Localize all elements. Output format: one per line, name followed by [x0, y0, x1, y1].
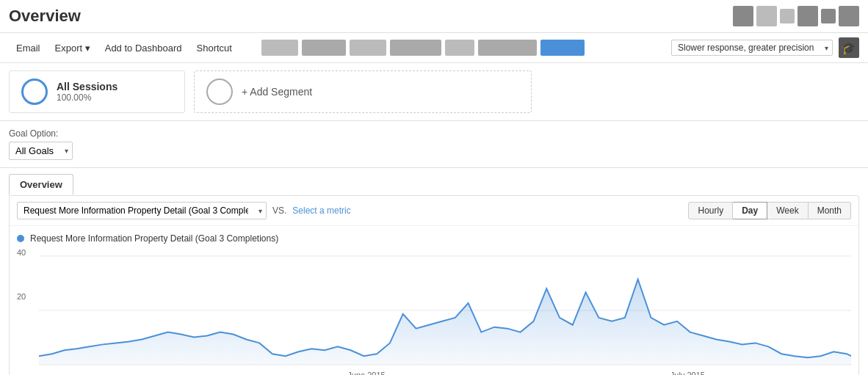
segment-name: All Sessions	[57, 81, 117, 92]
avatar-4	[798, 6, 818, 26]
top-right-icons	[733, 6, 859, 26]
chart-svg	[39, 248, 851, 369]
avatar-6	[839, 6, 859, 26]
avatar-block	[733, 6, 859, 26]
filter-pill-6[interactable]	[478, 40, 537, 56]
add-segment-card[interactable]: + Add Segment	[194, 70, 532, 113]
export-button[interactable]: Export ▾	[48, 40, 98, 57]
y-label-20: 20	[17, 292, 26, 301]
avatar-1	[733, 6, 753, 26]
chart-area	[39, 280, 851, 365]
goal-section: Goal Option: All Goals Goal 1 Goal 2 Goa…	[0, 121, 868, 168]
filter-pill-4[interactable]	[390, 40, 441, 56]
goal-select[interactable]: All Goals Goal 1 Goal 2 Goal 3	[9, 142, 73, 160]
x-label-july: July 2015	[670, 371, 705, 375]
chart-controls: Request More Information Property Detail…	[10, 196, 858, 226]
segment-circle-icon	[21, 79, 48, 105]
email-button[interactable]: Email	[9, 40, 48, 57]
goal-select-wrapper: All Goals Goal 1 Goal 2 Goal 3	[9, 142, 73, 160]
page-title: Overview	[9, 7, 81, 26]
week-button[interactable]: Week	[767, 202, 808, 219]
month-button[interactable]: Month	[809, 202, 851, 219]
x-label-june: June 2015	[347, 371, 385, 375]
goal-option-label: Goal Option:	[9, 128, 859, 139]
hourly-button[interactable]: Hourly	[688, 202, 733, 219]
add-segment-icon	[206, 79, 233, 105]
chart-legend: Request More Information Property Detail…	[17, 233, 851, 244]
avatar-2	[756, 6, 777, 26]
chart-section: Request More Information Property Detail…	[9, 195, 859, 375]
toolbar-right: Slower response, greater precision 🎓	[671, 37, 859, 58]
add-to-dashboard-button[interactable]: Add to Dashboard	[98, 40, 189, 57]
segment-info: All Sessions 100.00%	[57, 81, 117, 103]
x-axis-labels: June 2015 July 2015	[39, 369, 851, 375]
chart-body: Request More Information Property Detail…	[10, 226, 858, 375]
top-bar: Overview	[0, 0, 868, 33]
filter-pill-3[interactable]	[350, 40, 386, 56]
shortcut-button[interactable]: Shortcut	[189, 40, 239, 57]
filter-pill-active[interactable]	[540, 40, 585, 56]
tabs: Overview	[0, 174, 868, 195]
legend-dot	[17, 235, 24, 242]
tab-overview[interactable]: Overview	[9, 174, 73, 195]
day-button[interactable]: Day	[733, 202, 767, 219]
all-sessions-segment: All Sessions 100.00%	[9, 70, 185, 113]
avatar-5	[821, 9, 836, 23]
metric-select-wrapper: Request More Information Property Detail…	[17, 202, 267, 219]
avatar-3	[780, 9, 795, 23]
select-metric-link[interactable]: Select a metric	[292, 205, 350, 216]
filter-pill-2[interactable]	[302, 40, 346, 56]
segments-bar: All Sessions 100.00% + Add Segment	[0, 63, 868, 121]
help-icon[interactable]: 🎓	[839, 37, 859, 58]
filter-pill-5[interactable]	[445, 40, 474, 56]
metric-select[interactable]: Request More Information Property Detail…	[17, 202, 267, 219]
legend-label: Request More Information Property Detail…	[30, 233, 278, 244]
toolbar: Email Export ▾ Add to Dashboard Shortcut…	[0, 33, 868, 63]
precision-select[interactable]: Slower response, greater precision	[671, 40, 833, 56]
time-buttons: Hourly Day Week Month	[688, 202, 851, 219]
chart-svg-container: 40 20 June	[17, 248, 851, 375]
y-label-40: 40	[17, 248, 26, 257]
toolbar-left: Email Export ▾ Add to Dashboard Shortcut	[9, 40, 671, 57]
filter-pill-1[interactable]	[261, 40, 298, 56]
add-segment-label: + Add Segment	[242, 86, 312, 98]
vs-label: VS.	[272, 205, 286, 216]
precision-select-wrapper: Slower response, greater precision	[671, 40, 833, 56]
filter-pills	[261, 40, 585, 56]
segment-pct: 100.00%	[57, 92, 117, 103]
